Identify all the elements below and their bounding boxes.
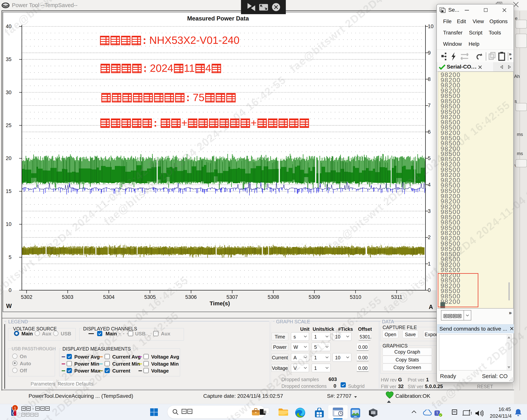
svg-text:T: T [436,411,438,415]
